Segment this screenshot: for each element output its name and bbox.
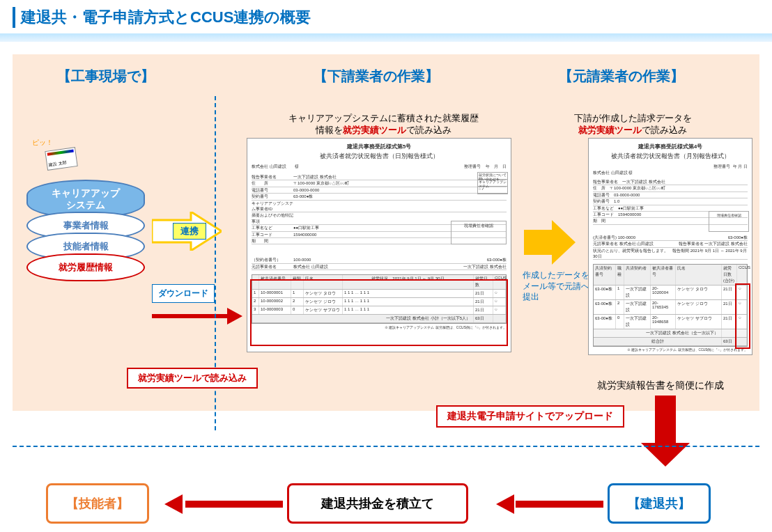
flow-arrow-left (164, 497, 283, 511)
manager-confirm-box: 現場責任者確認 (451, 221, 507, 244)
daily-table-highlight (250, 279, 508, 346)
id-card-icon: 建設 太郎 (45, 147, 77, 171)
box-kentaikyo: 【建退共】 (608, 483, 711, 524)
desc-prime: 下請が作成した請求データを 就労実績ツールで読み込み (542, 113, 723, 136)
section-header-prime: 【元請業者の作業】 (559, 67, 684, 86)
card-reader: ピッ！ 建設 太郎 (33, 139, 89, 181)
monthly-table-highlight (735, 283, 750, 349)
linkage-arrow: 連携 (152, 212, 222, 251)
box-accumulate: 建退共掛金を積立て (287, 483, 468, 524)
easy-report-text: 就労実績報告書を簡便に作成 (570, 379, 751, 391)
linkage-label: 連携 (173, 223, 206, 240)
diagram: 【工事現場で】 【下請業者の作業】 【元請業者の作業】 キャリアアップシステムに… (13, 54, 759, 532)
desc-subcontractor: キャリアアップシステムに蓄積された就業履歴 情報を就労実績ツールで読み込み (258, 113, 509, 136)
side-check-box: 就労状況について問い合わせを キャリアアップシステム ○ ✓ (477, 172, 508, 194)
upload-label: 建退共電子申請サイトでアップロード (436, 405, 624, 428)
send-data-text: 作成したデータをメール等で元請へ提出 (523, 270, 592, 303)
daily-report-form: 建退共事務受託様式第5号 被共済者就労状況報告書（日別報告様式） 株式会社 山田… (247, 138, 511, 352)
manager-confirm-box-2: 現場責任者確認 (709, 211, 749, 232)
section-header-site: 【工事現場で】 (57, 67, 155, 86)
download-arrow (152, 309, 249, 323)
careerup-system-stack: キャリアアップシステム 事業者情報 技能者情報 就労履歴情報 (26, 180, 145, 281)
send-arrow (524, 220, 576, 265)
read-tool-label: 就労実績ツールで読み込み (127, 368, 258, 389)
flow-arrow-right (496, 497, 603, 511)
beep-label: ピッ！ (32, 138, 53, 148)
monthly-report-form: 建退共事務受託様式第4号 被共済者就労状況報告書（月別報告様式） 整理番号 年 … (588, 138, 752, 355)
down-arrow (641, 396, 690, 472)
svg-marker-1 (524, 220, 576, 265)
download-label: ダウンロード (152, 284, 215, 303)
box-worker: 【技能者】 (46, 483, 149, 524)
section-header-subcontractor: 【下請業者の作業】 (314, 67, 439, 86)
horizontal-divider (13, 446, 759, 447)
page-title: 建退共・電子申請方式とCCUS連携の概要 (13, 7, 772, 28)
title-underline (0, 33, 772, 42)
monthly-table: 共済契約番号 職種 共済契約者 被共済者番号 氏名 就労日数(合計) CCUS … (593, 264, 748, 347)
stack-layer-workhistory: 就労履歴情報 (26, 253, 145, 281)
